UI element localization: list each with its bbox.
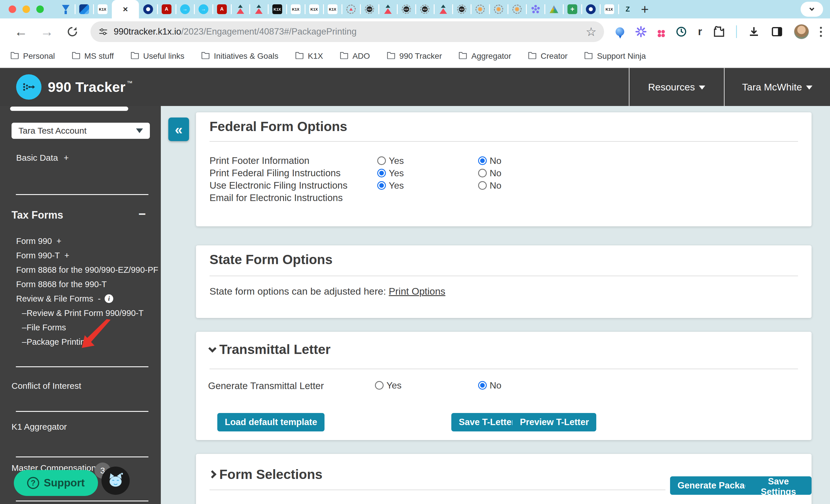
sidebar-item-review-file-forms[interactable]: Review & File Forms-i xyxy=(0,292,161,306)
browser-tab[interactable] xyxy=(268,0,286,19)
no-radio[interactable]: No xyxy=(478,179,502,192)
downloads-icon[interactable] xyxy=(748,26,760,38)
yes-radio[interactable]: Yes xyxy=(377,155,404,167)
support-button[interactable]: ? Support xyxy=(14,470,98,496)
sidebar-item-conflict-of-interest[interactable]: Conflict of Interest xyxy=(11,379,81,393)
browser-tab[interactable] xyxy=(416,0,434,19)
sidebar-collapse-button[interactable]: « xyxy=(168,117,189,141)
save-t-letter-button[interactable]: Save T-Letter xyxy=(451,413,522,431)
window-minimize-button[interactable] xyxy=(23,5,30,13)
clock-extension-icon[interactable] xyxy=(675,26,687,37)
chevron-right-icon[interactable] xyxy=(209,470,217,478)
browser-tab[interactable] xyxy=(194,0,213,19)
browser-tab[interactable] xyxy=(360,0,379,19)
preview-t-letter-button[interactable]: Preview T-Letter xyxy=(512,413,596,431)
browser-tab[interactable] xyxy=(323,0,342,19)
sidebar-scroll-thumb[interactable] xyxy=(10,107,128,111)
sidebar-item-form-990[interactable]: Form 990+ xyxy=(0,234,161,248)
browser-tab[interactable] xyxy=(582,0,600,19)
browser-tab[interactable] xyxy=(471,0,489,19)
sidebar-item-basic-data[interactable]: Basic Data+ xyxy=(16,151,69,165)
browser-tab[interactable] xyxy=(157,0,176,19)
browser-tab[interactable] xyxy=(452,0,471,19)
window-zoom-button[interactable] xyxy=(36,5,44,13)
sidebar-item-form-8868-for-the-990-t[interactable]: Form 8868 for the 990-T xyxy=(0,277,161,292)
browser-tab[interactable] xyxy=(434,0,452,19)
bookmark-item[interactable]: K1X xyxy=(295,52,323,61)
browser-tab[interactable] xyxy=(250,0,268,19)
yes-radio[interactable]: Yes xyxy=(377,179,404,192)
sidebar-item-form-990-t[interactable]: Form 990-T+ xyxy=(0,248,161,263)
browser-tab[interactable] xyxy=(176,0,194,19)
extensions-puzzle-icon[interactable] xyxy=(713,26,725,38)
sidebar-item-k1-aggregator[interactable]: K1 Aggregator xyxy=(11,420,67,434)
browser-tab[interactable] xyxy=(618,0,637,19)
snowflake-extension-icon[interactable] xyxy=(635,26,647,37)
bookmark-star-icon[interactable]: ☆ xyxy=(585,25,597,39)
side-panel-icon[interactable] xyxy=(771,26,783,38)
bookmark-item[interactable]: MS stuff xyxy=(72,52,114,61)
close-icon[interactable]: × xyxy=(123,4,128,14)
resources-menu[interactable]: Resources xyxy=(629,68,724,106)
browser-tab[interactable] xyxy=(489,0,508,19)
collapse-minus-icon[interactable]: − xyxy=(138,207,146,221)
new-tab-button[interactable]: + xyxy=(641,1,649,18)
browser-tab-active[interactable]: × xyxy=(112,0,139,19)
browser-tab[interactable] xyxy=(563,0,582,19)
browser-tab[interactable] xyxy=(75,0,93,19)
browser-tab[interactable] xyxy=(342,0,360,19)
transmittal-yes-radio[interactable]: Yes xyxy=(375,379,402,392)
bookmark-item[interactable]: Useful links xyxy=(131,52,185,61)
r-extension-icon[interactable]: r xyxy=(698,26,702,38)
no-radio[interactable]: No xyxy=(478,155,502,167)
no-radio[interactable]: No xyxy=(478,167,502,179)
bookmark-item[interactable]: ADO xyxy=(340,52,370,61)
folder-icon xyxy=(10,52,19,61)
bookmark-item[interactable]: Initiatives & Goals xyxy=(201,52,278,61)
account-select[interactable]: Tara Test Account xyxy=(11,123,150,139)
browser-tab[interactable] xyxy=(213,0,231,19)
browser-tab[interactable] xyxy=(139,0,157,19)
window-close-button[interactable] xyxy=(9,5,16,13)
chevron-down-icon[interactable] xyxy=(209,344,217,352)
bookmark-item[interactable]: Aggregator xyxy=(458,52,511,61)
flower-extension-icon[interactable] xyxy=(658,30,661,33)
browser-tab[interactable] xyxy=(305,0,323,19)
browser-tab[interactable] xyxy=(93,0,112,19)
yes-radio[interactable]: Yes xyxy=(377,167,404,179)
sidebar-item-form-8868-for-the-990-990-ez-990-pf[interactable]: Form 8868 for the 990/990-EZ/990-PF xyxy=(0,263,161,277)
sidebar-section-tax-forms[interactable]: Tax Forms − xyxy=(11,208,150,222)
sidebar-item-review-print-form-990-990-t[interactable]: –Review & Print Form 990/990-T xyxy=(0,306,161,320)
save-settings-button[interactable]: Save Settings xyxy=(745,476,811,495)
forward-button[interactable]: → xyxy=(40,24,54,39)
bookmark-item[interactable]: Support Ninja xyxy=(584,52,646,61)
browser-tab[interactable] xyxy=(57,0,75,19)
site-settings-icon[interactable] xyxy=(98,27,108,37)
browser-tab[interactable] xyxy=(379,0,397,19)
browser-tab[interactable] xyxy=(231,0,250,19)
browser-tab[interactable] xyxy=(526,0,545,19)
bookmark-item[interactable]: 990 Tracker xyxy=(387,52,442,61)
browser-tab[interactable] xyxy=(286,0,305,19)
info-icon[interactable]: i xyxy=(105,294,113,303)
bookmark-item[interactable]: Creator xyxy=(528,52,568,61)
app-logo[interactable]: 990 Tracker ™ xyxy=(16,74,133,100)
browser-tab[interactable] xyxy=(508,0,526,19)
load-default-template-button[interactable]: Load default template xyxy=(217,413,324,431)
bookmark-item[interactable]: Personal xyxy=(10,52,55,61)
balloon-extension-icon[interactable] xyxy=(615,27,624,36)
back-button[interactable]: ← xyxy=(14,24,28,39)
url-text[interactable]: 990tracker.k1x.io/2023/Engagement/40873#… xyxy=(114,27,585,37)
user-menu[interactable]: Tara McWhite xyxy=(724,68,830,106)
reload-button[interactable] xyxy=(66,25,78,38)
print-options-link[interactable]: Print Options xyxy=(389,286,446,297)
address-bar[interactable]: 990tracker.k1x.io/2023/Engagement/40873#… xyxy=(91,21,604,42)
tab-search-button[interactable] xyxy=(801,2,823,17)
browser-menu-icon[interactable] xyxy=(820,27,822,37)
profile-avatar[interactable] xyxy=(794,24,809,39)
transmittal-no-radio[interactable]: No xyxy=(478,379,502,392)
browser-tab[interactable] xyxy=(397,0,416,19)
browser-tab[interactable] xyxy=(600,0,618,19)
browser-tab[interactable] xyxy=(545,0,563,19)
support-cat-avatar[interactable] xyxy=(101,467,130,495)
